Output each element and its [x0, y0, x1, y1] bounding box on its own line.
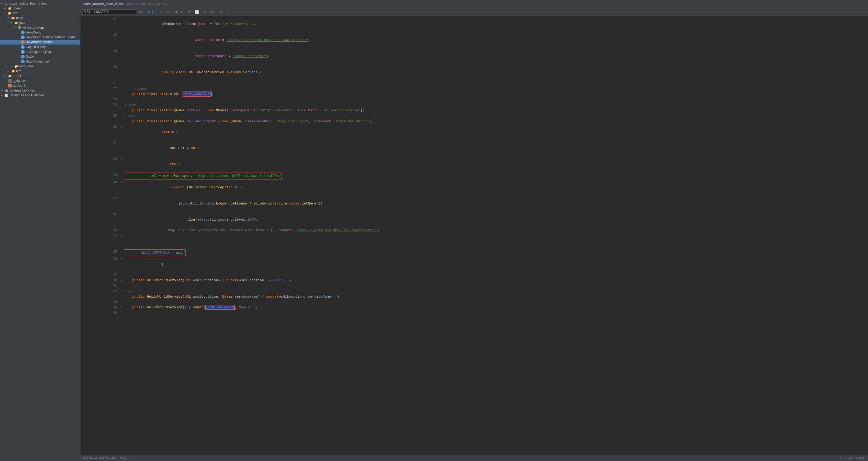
code-text: (java.util.logging.Level. — [195, 218, 247, 222]
sidebar-item-hwport[interactable]: J HelloWorld_HelloWorldPort_Client — [0, 35, 80, 40]
sidebar-item-target[interactable]: 📁 target — [0, 74, 80, 78]
project-icon: 🗂 — [5, 2, 8, 5]
code-text: super — [193, 305, 204, 309]
code-text — [145, 305, 147, 309]
code-text: "HelloWorldService" — [320, 108, 360, 112]
word-match-button[interactable]: \\b — [145, 10, 151, 14]
code-text: QName — [216, 108, 226, 112]
code-text: ( — [178, 174, 182, 178]
wsdl-location-highlight: WSDL_LOCATION — [183, 91, 212, 96]
sidebar-item-resources[interactable]: 📁 resources — [0, 64, 80, 69]
status-bar: HelloWorld_HelloWorldPort_Client CSDN @D… — [81, 455, 868, 461]
search-filter-button[interactable]: ▽ — [226, 9, 231, 15]
regex-button[interactable]: .* — [153, 10, 157, 14]
code-text — [145, 108, 147, 112]
search-bar: Cc \\b .* ✕ ⚙ 1/4 ▲ ▼ ⬜ ⇄ ⇄⇄ ⚙ ▽ — [81, 8, 868, 16]
code-text: URL — [170, 146, 176, 150]
sidebar-item-pom[interactable]: X pom.xml — [0, 83, 80, 88]
code-text: wsdlLocation) { — [191, 278, 226, 282]
sidebar-item-idea[interactable]: 📁 .idea — [0, 6, 80, 11]
sidebar-item-pkginfo[interactable]: J package-info.java — [0, 49, 80, 54]
code-text: msg — [168, 228, 174, 232]
file-icon: . — [8, 79, 12, 83]
code-row-38: 38 ▾ public HelloWorldService(URL wsdlLo… — [92, 278, 868, 283]
code-text: (wsdlLocation, serviceName); } — [277, 295, 339, 299]
code-text: final — [147, 92, 157, 96]
sidebar-item-hwservice[interactable]: J HelloWorldService — [0, 40, 80, 45]
status-left: HelloWorld_HelloWorldPort_Client — [83, 457, 128, 460]
code-text: url = — [176, 146, 191, 150]
sidebar-item-test[interactable]: 📁 test — [0, 69, 80, 74]
sidebar-item-ws-package[interactable]: 📦 ws.demo.client — [0, 25, 80, 30]
java-icon: J — [21, 35, 25, 39]
sidebar-item-label: target — [13, 74, 21, 78]
sidebar-item-extlib[interactable]: 📚 External Libraries — [0, 88, 80, 93]
code-text: java.util.logging. — [153, 202, 216, 206]
code-text: public — [132, 278, 145, 282]
code-text: public — [132, 119, 145, 123]
sidebar-item-label: ObjectFactory — [26, 45, 46, 49]
search-settings-button[interactable]: ⚙ — [166, 9, 171, 15]
code-text: { — [174, 130, 178, 134]
arrow-icon — [7, 69, 11, 73]
sidebar-item-helloworld[interactable]: J HelloWorld — [0, 30, 80, 35]
search-input[interactable] — [83, 9, 136, 15]
code-text: URL — [172, 174, 178, 178]
sidebar-item-objectfactory[interactable]: J ObjectFactory — [0, 45, 80, 49]
sidebar-item-label: .idea — [13, 6, 20, 10]
code-text: ); } — [254, 305, 262, 309]
case-sensitive-button[interactable]: Cc — [138, 10, 144, 14]
code-text: , — [254, 22, 256, 26]
sidebar-item-gitignore[interactable]: . .gitignore — [0, 78, 80, 83]
search-replace2-button[interactable]: ⇄⇄ — [209, 9, 217, 15]
code-row-19: 19 targetNamespace = "http://server/") — [92, 48, 868, 64]
sidebar-item-src[interactable]: 📂 src — [0, 11, 80, 16]
sidebar-item-scratches[interactable]: 📝 Scratches and Consoles — [0, 93, 80, 98]
arrow-icon — [4, 7, 7, 10]
editor-container: jaxws_factory_bean_client ~/Documents/id… — [81, 0, 868, 461]
search-expand-button[interactable]: ⬜ — [193, 9, 200, 15]
code-text: ; — [212, 92, 214, 96]
xml-icon: X — [8, 84, 12, 87]
sidebar-item-label: SayHi — [26, 55, 34, 58]
code-text — [157, 108, 159, 112]
code-text: . — [153, 218, 189, 222]
code-row-25: 25 2 usages public final static QName He… — [92, 113, 868, 124]
code-row-29: 29 url = new URL( spec: "http://localhos… — [92, 173, 868, 179]
code-text: name — [199, 22, 208, 26]
search-close-button[interactable]: ✕ — [159, 9, 164, 15]
search-prev-button[interactable]: ▲ — [179, 9, 184, 15]
java-icon: J — [21, 50, 25, 54]
code-text: } — [153, 262, 163, 266]
sidebar-item-main[interactable]: 📂 main — [0, 16, 80, 20]
usages-badge: 1 usage — [124, 290, 135, 293]
sidebar-item-label: ws.demo.client — [23, 26, 44, 30]
code-text: URL — [184, 278, 191, 282]
code-scroll[interactable]: 17 @WebServiceClient(name = "HelloWorldS… — [92, 16, 868, 455]
code-row-35: 35 WSDL_LOCATION = url; — [92, 249, 868, 256]
sidebar-item-label: package-info.java — [26, 50, 51, 54]
search-replace-button[interactable]: ⇄ — [202, 9, 207, 15]
code-row-33: 33 msg: "Can not initialize the default … — [92, 228, 868, 233]
code-text: "HelloWorldService" — [214, 22, 254, 26]
code-text: "http://server/" — [233, 54, 266, 58]
sidebar-item-java[interactable]: 📂 java — [0, 20, 80, 25]
sidebar-item-label: src — [13, 11, 17, 15]
code-row-41: 41 — [92, 283, 868, 288]
gutter — [81, 16, 92, 455]
search-options-button[interactable]: ⚙ — [218, 9, 224, 15]
code-text: = — [216, 119, 222, 123]
code-text: SERVICE — [268, 278, 283, 282]
sidebar-item-sayhiresp[interactable]: J SayHiResponse — [0, 59, 80, 64]
sidebar-item-label: test — [16, 69, 21, 73]
code-text: serviceName) { — [233, 295, 266, 299]
code-text: HelloWorldPort — [187, 119, 216, 123]
java-icon: J — [21, 31, 25, 34]
search-next-button[interactable]: ▼ — [186, 9, 192, 15]
code-text — [153, 146, 170, 150]
code-text: try — [170, 162, 176, 166]
code-text: getLogger — [230, 202, 249, 206]
sidebar-item-root[interactable]: 🗂 jaxws_factory_bean_client — [0, 1, 80, 6]
sidebar-item-sayhi[interactable]: J SayHi — [0, 54, 80, 59]
code-text: MalformedURLException — [189, 185, 233, 190]
